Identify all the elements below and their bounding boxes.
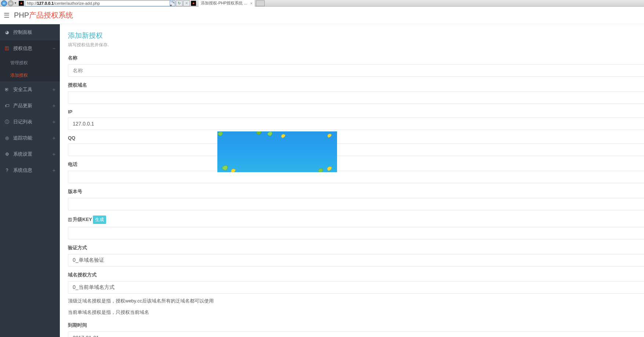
content-area: 添加新授权 填写授权信息并保存. 名称 授权域名 IP QQ 电话 版本号 [60,24,644,337]
sidebar-label: 追踪功能 [13,135,32,141]
generate-key-button[interactable]: 生成 [93,215,106,224]
gear-icon: ⚙ [4,152,10,157]
qq-input[interactable] [68,144,644,156]
sidebar-item-manage-auth[interactable]: 管理授权 [0,57,60,69]
sidebar-label: 系统信息 [13,167,32,174]
sidebar-item-logs[interactable]: ⓘ 日记列表 + [0,114,60,130]
expand-icon: + [53,103,55,109]
domain-label: 授权域名 [68,82,644,88]
brand-title: PHP产品授权系统 [14,10,73,20]
verify-label: 验证方式 [68,244,644,251]
expand-icon: + [53,87,55,93]
key-label: ⚿升级KEY生成 [68,215,644,224]
page-subtitle: 填写授权信息并保存. [68,42,644,48]
expand-icon: + [53,135,55,141]
sidebar-item-tracking[interactable]: ◎ 追踪功能 + [0,130,60,146]
help-text-2: 当前单域名授权是指，只授权当前域名 [68,308,644,316]
brand-prefix: PHP [14,11,29,19]
qq-label: QQ [68,135,644,141]
phone-label: 电话 [68,161,644,168]
phone-input[interactable] [68,171,644,183]
expand-icon: + [53,119,55,125]
sidebar-item-auth[interactable]: ⚿ 授权信息 − [0,40,60,57]
expire-label: 到期时间 [68,322,644,329]
sidebar-label: 系统设置 [13,151,32,157]
sidebar-item-add-auth[interactable]: 添加授权 [0,69,60,81]
tab-close-button[interactable]: × [250,1,253,6]
domain-input[interactable] [68,91,644,104]
new-tab-button[interactable] [256,0,265,6]
expand-icon: + [53,167,55,173]
sidebar-label: 产品更新 [13,102,32,109]
url-path: /center/authorize-add.php [54,1,100,6]
key-icon: ⚿ [4,46,10,51]
collapse-icon: − [53,46,55,51]
app-header: ☰ PHP产品授权系统 [0,7,644,24]
key-input[interactable] [68,227,644,239]
url-bar[interactable]: http://127.0.0.1/center/authorize-add.ph… [25,0,170,6]
ip-input[interactable] [68,117,644,130]
verify-select[interactable] [68,254,644,267]
shield-icon: ⛨ [4,87,10,92]
sidebar-label: 添加授权 [10,72,28,79]
sidebar: ◕ 控制面板 ⚿ 授权信息 − 管理授权 添加授权 ⛨ 安全工具 + 🏷 产品更… [0,24,60,337]
version-label: 版本号 [68,188,644,195]
sidebar-label: 控制面板 [13,29,32,36]
name-label: 名称 [68,55,644,61]
nav-back-button[interactable]: ← [1,0,7,6]
page-title: 添加新授权 [68,31,644,40]
dashboard-icon: ◕ [4,30,10,35]
tab-title: 添加授权-PHP授权系统 ... [201,0,247,6]
expand-icon: + [53,151,55,157]
target-icon: ◎ [4,135,10,141]
nav-history-dropdown[interactable]: ▼ [14,1,18,5]
domain-method-select[interactable] [68,281,644,294]
version-input[interactable] [68,198,644,210]
info-icon: ⓘ [4,119,10,124]
expire-input[interactable] [68,331,644,337]
tag-icon: 🏷 [4,103,10,108]
stop-button[interactable]: ✕ [183,0,190,6]
browser-tab[interactable]: 添加授权-PHP授权系统 ... × [199,0,255,7]
domain-method-label: 域名授权方式 [68,272,644,278]
sidebar-label: 授权信息 [13,45,32,52]
ip-label: IP [68,109,644,115]
key-icon: ⚿ [68,217,72,222]
sidebar-item-settings[interactable]: ⚙ 系统设置 + [0,146,60,162]
sidebar-item-dashboard[interactable]: ◕ 控制面板 [0,24,60,40]
help-icon: ? [4,168,10,173]
menu-toggle-icon[interactable]: ☰ [4,11,10,19]
brand-suffix: 产品授权系统 [29,11,73,19]
sidebar-item-sysinfo[interactable]: ? 系统信息 + [0,162,60,178]
sidebar-label: 安全工具 [13,86,32,93]
search-dropdown[interactable]: 🔍▾ [170,0,175,6]
sidebar-label: 管理授权 [10,60,28,66]
help-text-1: 顶级泛域名授权是指，授权weby.cc后该域名所有的泛域名都可以使用 [68,297,644,305]
sidebar-item-security[interactable]: ⛨ 安全工具 + [0,81,60,98]
tab-favicon: ★ [191,1,196,6]
favicon: ★ [19,1,24,6]
browser-toolbar: ← → ▼ ★ http://127.0.0.1/center/authoriz… [0,0,644,7]
sidebar-item-updates[interactable]: 🏷 产品更新 + [0,98,60,114]
overlay-banner [217,131,337,172]
url-host: 127.0.0.1 [37,1,54,6]
nav-forward-button[interactable]: → [8,0,14,6]
sidebar-label: 日记列表 [13,119,32,125]
refresh-button[interactable]: ↻ [176,0,182,6]
url-prefix: http:// [27,1,37,6]
name-input[interactable] [68,64,644,77]
